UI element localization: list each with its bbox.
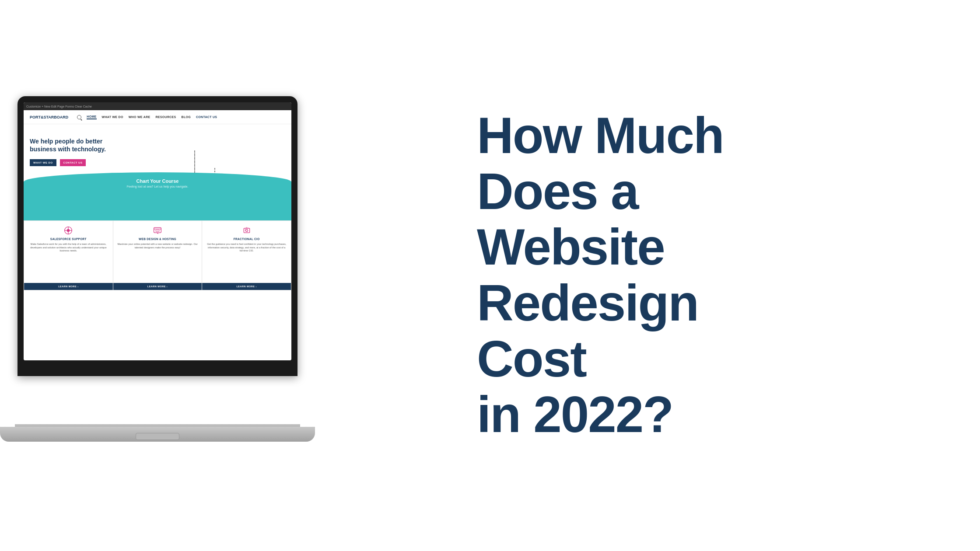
- website-content: PORT&STARBOARD HOME WHAT WE DO WHO WE AR…: [24, 110, 291, 360]
- nav-item-contact[interactable]: CONTACT US: [196, 115, 217, 119]
- service-card-cio: FRACTIONAL CIO Get the guidance you need…: [202, 220, 291, 290]
- cio-card-desc: Get the guidance you need to feel confid…: [206, 243, 287, 253]
- nav-item-what-we-do[interactable]: WHAT WE DO: [102, 115, 123, 119]
- admin-bar-text: Customize + New Edit Page Forms Clear Ca…: [26, 105, 92, 108]
- site-nav: PORT&STARBOARD HOME WHAT WE DO WHO WE AR…: [24, 110, 291, 124]
- cio-icon: [242, 226, 251, 235]
- nav-item-blog[interactable]: BLOG: [182, 115, 191, 119]
- chart-course-subtitle: Feeling lost at sea? Let us help you nav…: [127, 185, 188, 188]
- trackpad: [136, 433, 179, 440]
- web-learn-more[interactable]: LEARN MORE ›: [113, 283, 202, 290]
- nav-item-home[interactable]: HOME: [87, 115, 96, 119]
- hero-buttons: WHAT WE DO CONTACT US: [30, 159, 117, 166]
- nav-item-resources[interactable]: RESOURCES: [155, 115, 176, 119]
- salesforce-icon: [64, 226, 73, 235]
- teal-wave-section: Chart Your Course Feeling lost at sea? L…: [24, 172, 291, 220]
- service-card-salesforce: SALESFORCE SUPPORT Make Salesforce work …: [24, 220, 113, 290]
- what-we-do-button[interactable]: WHAT WE DO: [30, 159, 56, 166]
- search-icon[interactable]: [77, 115, 81, 119]
- web-design-icon: [153, 226, 162, 235]
- laptop-screen-inner: Customize + New Edit Page Forms Clear Ca…: [24, 102, 291, 360]
- headline-container: How Much Does a Website Redesign Cost in…: [477, 108, 818, 443]
- svg-point-4: [67, 229, 70, 232]
- service-card-web: WEB DESIGN & HOSTING Maximize your onlin…: [113, 220, 203, 290]
- hero-text-area: We help people do better business with t…: [30, 137, 117, 166]
- salesforce-learn-more[interactable]: LEARN MORE ›: [24, 283, 113, 290]
- web-card-desc: Maximize your online potential with a ne…: [117, 243, 199, 249]
- hero-section: We help people do better business with t…: [24, 124, 291, 220]
- cio-learn-more[interactable]: LEARN MORE ›: [202, 283, 291, 290]
- admin-bar: Customize + New Edit Page Forms Clear Ca…: [24, 102, 291, 110]
- salesforce-card-desc: Make Salesforce work for you with the he…: [28, 243, 109, 253]
- text-section: How Much Does a Website Redesign Cost in…: [315, 0, 980, 551]
- laptop-section: Customize + New Edit Page Forms Clear Ca…: [0, 0, 315, 551]
- salesforce-card-title: SALESFORCE SUPPORT: [50, 237, 87, 241]
- nav-item-who-we-are[interactable]: WHO WE ARE: [129, 115, 150, 119]
- cio-card-title: FRACTIONAL CIO: [234, 237, 260, 241]
- contact-us-button[interactable]: CONTACT US: [60, 159, 86, 166]
- svg-point-14: [245, 230, 248, 232]
- site-logo: PORT&STARBOARD: [30, 115, 68, 119]
- web-card-title: WEB DESIGN & HOSTING: [139, 237, 176, 241]
- hero-headline: We help people do better business with t…: [30, 137, 117, 153]
- laptop-wrapper: Customize + New Edit Page Forms Clear Ca…: [9, 96, 306, 455]
- laptop-screen-bezel: Customize + New Edit Page Forms Clear Ca…: [18, 96, 298, 376]
- headline-line1: How Much Does a Website Redesign Cost in…: [477, 108, 818, 443]
- chart-course-title: Chart Your Course: [136, 178, 179, 184]
- svg-rect-13: [244, 228, 249, 233]
- laptop-bottom-bar: [0, 427, 315, 442]
- service-cards: SALESFORCE SUPPORT Make Salesforce work …: [24, 220, 291, 290]
- svg-rect-11: [156, 230, 159, 231]
